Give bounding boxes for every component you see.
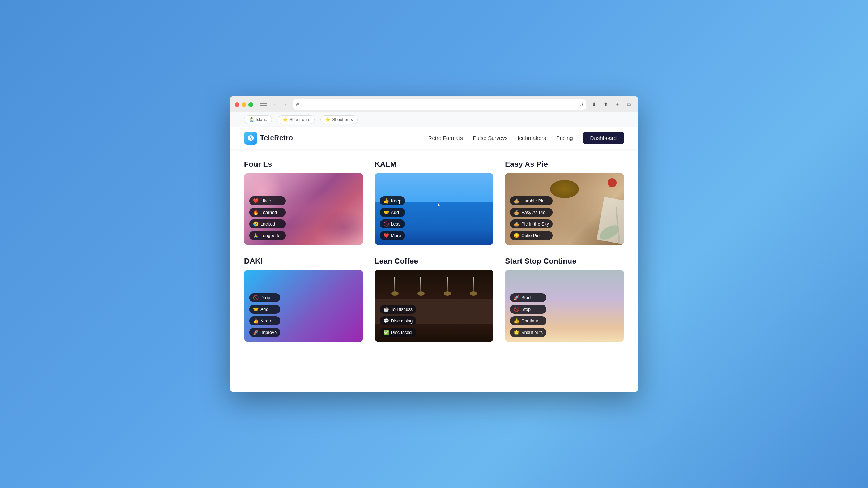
ssc-tags: 🚀 Start 🚫 Stop 👍 Continue — [510, 293, 546, 337]
learned-label: Learned — [260, 210, 277, 215]
page-content: 🏝️ Island ⭐ Shout outs ⭐ Shout outs — [230, 112, 638, 392]
to-discuss-label: To Discuss — [391, 307, 413, 312]
sidebar-toggle-icon[interactable] — [260, 102, 267, 107]
stop-emoji: 🚫 — [514, 307, 519, 312]
continue-label: Continue — [521, 318, 539, 324]
browser-chrome: ‹ › ⊕ ↺ ⬇ ⬆ ＋ ⧉ — [230, 96, 638, 112]
close-button[interactable] — [235, 102, 239, 107]
learned-emoji: 🔥 — [253, 210, 259, 215]
card-image-four-ls[interactable]: ❤️ Liked 🔥 Learned 😢 Lacked — [244, 173, 363, 245]
card-title-four-ls: Four Ls — [244, 160, 363, 168]
fullscreen-button[interactable] — [248, 102, 253, 107]
island-label: Island — [256, 117, 267, 122]
forward-button[interactable]: › — [281, 100, 289, 109]
reload-icon[interactable]: ↺ — [579, 102, 583, 107]
easy-as-pie-emoji: 🥧 — [514, 210, 519, 215]
card-image-kalm[interactable]: 👍 Keep 🤝 Add 🚫 Less — [375, 173, 494, 245]
back-button[interactable]: ‹ — [271, 100, 279, 109]
browser-actions: ⬇ ⬆ ＋ ⧉ — [590, 100, 633, 109]
more-label: More — [391, 233, 401, 238]
easy-pie-tags: 🥧 Humble Pie 🥧 Easy As Pie 🥧 Pie in the … — [510, 196, 552, 240]
cafe-light-1 — [394, 277, 395, 291]
tag-pie-in-sky: 🥧 Pie in the Sky — [510, 219, 552, 228]
shout-outs-emoji: 🌟 — [514, 330, 519, 335]
tag-easy-as-pie: 🥧 Easy As Pie — [510, 208, 552, 217]
download-icon[interactable]: ⬇ — [590, 100, 599, 109]
window-icon[interactable]: ⧉ — [625, 100, 633, 109]
cafe-light-3 — [447, 277, 448, 291]
tag-stop: 🚫 Stop — [510, 305, 546, 314]
kalm-boat — [438, 203, 440, 206]
add-emoji: 🤝 — [383, 210, 389, 215]
longed-label: Longed for — [260, 233, 282, 238]
nav-retro-formats[interactable]: Retro Formats — [428, 135, 463, 141]
lean-coffee-tags: ☕ To Discuss 💬 Discussing ✅ Discussed — [380, 305, 416, 337]
tag-improve: 🚀 Improve — [249, 328, 280, 337]
keep-emoji: 👍 — [383, 198, 389, 204]
navbar: TeleRetro Retro Formats Pulse Surveys Ic… — [230, 127, 638, 149]
card-four-ls: Four Ls ❤️ Liked 🔥 Learned — [244, 160, 363, 245]
tag-learned: 🔥 Learned — [249, 208, 286, 217]
dashboard-button[interactable]: Dashboard — [583, 132, 624, 144]
tag-drop: 🚫 Drop — [249, 293, 280, 302]
start-emoji: 🚀 — [514, 295, 519, 300]
card-daki: DAKI 🚫 Drop 🤝 Add � — [244, 257, 363, 342]
shoutouts-label-1: Shout outs — [289, 117, 310, 122]
tag-to-discuss: ☕ To Discuss — [380, 305, 416, 314]
less-label: Less — [391, 222, 400, 227]
card-image-easy-pie[interactable]: 🥧 Humble Pie 🥧 Easy As Pie 🥧 Pie in the … — [505, 173, 624, 245]
tag-keep: 👍 Keep — [380, 196, 405, 205]
tag-humble-pie: 🥧 Humble Pie — [510, 196, 552, 205]
add-label: Add — [391, 210, 399, 215]
share-icon[interactable]: ⬆ — [601, 100, 610, 109]
cutie-pie-label: Cutie Pie — [521, 233, 540, 238]
tag-lacked: 😢 Lacked — [249, 219, 286, 228]
tag-add-daki: 🤝 Add — [249, 305, 280, 314]
nav-pulse-surveys[interactable]: Pulse Surveys — [473, 135, 508, 141]
to-discuss-emoji: ☕ — [383, 307, 389, 312]
nav-pricing[interactable]: Pricing — [556, 135, 573, 141]
shoutouts-label-2: Shout outs — [332, 117, 353, 122]
tag-continue: 👍 Continue — [510, 316, 546, 325]
new-tab-icon[interactable]: ＋ — [613, 100, 622, 109]
card-image-lean-coffee[interactable]: ☕ To Discuss 💬 Discussing ✅ Discussed — [375, 270, 494, 342]
card-title-lean-coffee: Lean Coffee — [375, 257, 494, 265]
improve-emoji: 🚀 — [253, 330, 259, 335]
longed-emoji: 🙏 — [253, 233, 259, 238]
tag-more: ❤️ More — [380, 231, 405, 240]
peek-tag-shoutouts-1: ⭐ Shout outs — [278, 115, 315, 124]
island-emoji: 🏝️ — [249, 117, 254, 122]
keep-daki-label: Keep — [260, 318, 271, 324]
minimize-button[interactable] — [242, 102, 246, 107]
discussed-label: Discussed — [391, 330, 412, 335]
card-lean-coffee: Lean Coffee ☕ — [375, 257, 494, 342]
lacked-label: Lacked — [260, 222, 275, 227]
discussing-label: Discussing — [391, 318, 413, 324]
url-bar[interactable]: ⊕ ↺ — [293, 99, 586, 110]
liked-emoji: ❤️ — [253, 198, 259, 204]
traffic-lights — [235, 102, 253, 107]
drop-label: Drop — [260, 295, 270, 300]
humble-pie-label: Humble Pie — [521, 198, 545, 204]
nav-icebreakers[interactable]: Icebreakers — [518, 135, 546, 141]
card-image-daki[interactable]: 🚫 Drop 🤝 Add 👍 Keep — [244, 270, 363, 342]
tag-longed-for: 🙏 Longed for — [249, 231, 286, 240]
start-label: Start — [521, 295, 531, 300]
card-easy-as-pie: Easy As Pie 🥧 Humble Pie — [505, 160, 624, 245]
less-emoji: 🚫 — [383, 221, 389, 227]
peek-area: 🏝️ Island ⭐ Shout outs ⭐ Shout outs — [230, 112, 638, 127]
keep-label: Keep — [391, 198, 401, 204]
lacked-emoji: 😢 — [253, 221, 259, 227]
card-title-kalm: KALM — [375, 160, 494, 168]
card-kalm: KALM 👍 Keep 🤝 Add — [375, 160, 494, 245]
drop-emoji: 🚫 — [253, 295, 259, 300]
tag-less: 🚫 Less — [380, 219, 405, 228]
humble-pie-emoji: 🥧 — [514, 198, 519, 204]
logo-area[interactable]: TeleRetro — [244, 132, 293, 145]
pie-in-sky-label: Pie in the Sky — [521, 222, 549, 227]
keep-daki-emoji: 👍 — [253, 318, 259, 324]
card-title-daki: DAKI — [244, 257, 363, 265]
cutie-pie-emoji: 😋 — [514, 233, 519, 238]
card-image-ssc[interactable]: 🚀 Start 🚫 Stop 👍 Continue — [505, 270, 624, 342]
browser-window: ‹ › ⊕ ↺ ⬇ ⬆ ＋ ⧉ 🏝️ Island — [230, 96, 638, 392]
